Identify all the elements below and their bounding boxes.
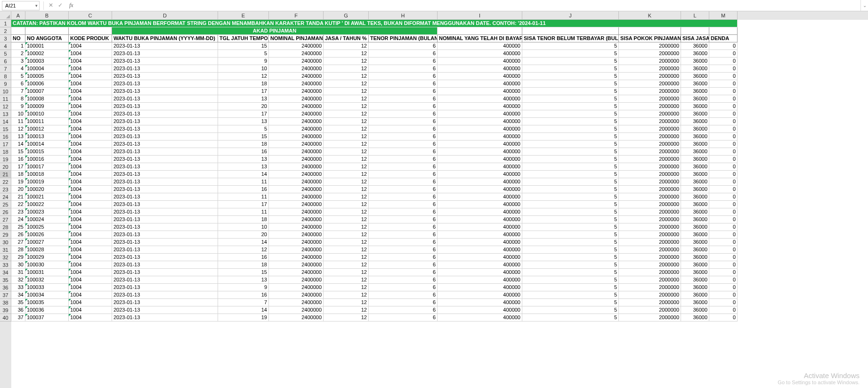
cell-D[interactable]: 2023-01-13 [112, 156, 218, 163]
cell-K[interactable]: 2000000 [619, 269, 681, 276]
cell-A[interactable]: 25 [11, 223, 25, 231]
cell-A[interactable]: 31 [11, 269, 25, 276]
cell-M[interactable]: 0 [709, 73, 738, 80]
cell-B[interactable]: 100013 [25, 133, 69, 140]
cell-L[interactable]: 36000 [681, 148, 709, 156]
cell-K[interactable]: 2000000 [619, 156, 681, 163]
row-header[interactable]: 26 [0, 208, 11, 216]
header-J[interactable]: SISA TENOR BELUM TERBAYAR (BULAN) [522, 35, 619, 42]
cell-B[interactable]: 100037 [25, 314, 69, 322]
cell-J[interactable]: 5 [522, 186, 619, 193]
cell-M[interactable]: 0 [709, 148, 738, 156]
cell-H[interactable]: 6 [369, 103, 438, 110]
cell-G[interactable]: 12 [324, 239, 369, 246]
cell-B[interactable]: 100008 [25, 95, 69, 103]
row-header[interactable]: 18 [0, 148, 11, 156]
cell-J[interactable]: 5 [522, 178, 619, 186]
row-header[interactable]: 4 [0, 42, 11, 50]
cell-C[interactable]: 1004 [69, 50, 112, 58]
cell-F[interactable]: 2400000 [269, 231, 324, 239]
cell-B[interactable]: 100021 [25, 193, 69, 201]
cell-D[interactable]: 2023-01-13 [112, 140, 218, 148]
row-header[interactable]: 23 [0, 186, 11, 193]
empty-header-cell[interactable] [11, 27, 25, 35]
cell-E[interactable]: 10 [218, 65, 269, 73]
cell-G[interactable]: 12 [324, 50, 369, 58]
cell-G[interactable]: 12 [324, 193, 369, 201]
cell-B[interactable]: 100004 [25, 65, 69, 73]
row-header[interactable]: 15 [0, 125, 11, 133]
cell-A[interactable]: 37 [11, 314, 25, 322]
cell-B[interactable]: 100002 [25, 50, 69, 58]
column-header-C[interactable]: C [69, 11, 112, 20]
cell-C[interactable]: 1004 [69, 58, 112, 65]
cell-C[interactable]: 1004 [69, 73, 112, 80]
cell-M[interactable]: 0 [709, 246, 738, 254]
cell-J[interactable]: 5 [522, 58, 619, 65]
cell-A[interactable]: 28 [11, 246, 25, 254]
cell-G[interactable]: 12 [324, 133, 369, 140]
cell-D[interactable]: 2023-01-13 [112, 65, 218, 73]
cell-F[interactable]: 2400000 [269, 299, 324, 306]
cell-D[interactable]: 2023-01-13 [112, 269, 218, 276]
cell-I[interactable]: 400000 [438, 125, 522, 133]
cell-L[interactable]: 36000 [681, 208, 709, 216]
cell-I[interactable]: 400000 [438, 193, 522, 201]
cell-J[interactable]: 5 [522, 291, 619, 299]
cell-F[interactable]: 2400000 [269, 50, 324, 58]
cell-C[interactable]: 1004 [69, 65, 112, 73]
cell-B[interactable]: 100017 [25, 163, 69, 171]
cell-J[interactable]: 5 [522, 171, 619, 178]
cell-M[interactable]: 0 [709, 186, 738, 193]
row-header[interactable]: 19 [0, 156, 11, 163]
header-A[interactable]: NO [11, 35, 25, 42]
cell-F[interactable]: 2400000 [269, 193, 324, 201]
cell-L[interactable]: 36000 [681, 73, 709, 80]
cell-E[interactable]: 15 [218, 133, 269, 140]
cell-F[interactable]: 2400000 [269, 110, 324, 118]
cell-J[interactable]: 5 [522, 276, 619, 284]
cell-K[interactable]: 2000000 [619, 140, 681, 148]
cell-M[interactable]: 0 [709, 156, 738, 163]
cell-D[interactable]: 2023-01-13 [112, 223, 218, 231]
cell-C[interactable]: 1004 [69, 178, 112, 186]
cell-M[interactable]: 0 [709, 193, 738, 201]
row-header[interactable]: 16 [0, 133, 11, 140]
cell-D[interactable]: 2023-01-13 [112, 193, 218, 201]
cell-A[interactable]: 17 [11, 163, 25, 171]
cell-H[interactable]: 6 [369, 110, 438, 118]
cell-C[interactable]: 1004 [69, 103, 112, 110]
cell-A[interactable]: 10 [11, 110, 25, 118]
cell-C[interactable]: 1004 [69, 110, 112, 118]
cell-H[interactable]: 6 [369, 261, 438, 269]
cell-M[interactable]: 0 [709, 65, 738, 73]
row-header[interactable]: 21 [0, 171, 11, 178]
cell-C[interactable]: 1004 [69, 186, 112, 193]
cell-H[interactable]: 6 [369, 216, 438, 223]
cell-B[interactable]: 100020 [25, 186, 69, 193]
cell-C[interactable]: 1004 [69, 284, 112, 291]
cell-H[interactable]: 6 [369, 50, 438, 58]
row-header[interactable]: 5 [0, 50, 11, 58]
cell-K[interactable]: 2000000 [619, 80, 681, 88]
cell-M[interactable]: 0 [709, 223, 738, 231]
row-header[interactable]: 29 [0, 231, 11, 239]
cell-I[interactable]: 400000 [438, 50, 522, 58]
cell-J[interactable]: 5 [522, 140, 619, 148]
cell-D[interactable]: 2023-01-13 [112, 95, 218, 103]
cell-G[interactable]: 12 [324, 246, 369, 254]
cell-D[interactable]: 2023-01-13 [112, 299, 218, 306]
row-header[interactable]: 37 [0, 291, 11, 299]
row-header[interactable]: 31 [0, 246, 11, 254]
cell-B[interactable]: 100014 [25, 140, 69, 148]
cell-C[interactable]: 1004 [69, 291, 112, 299]
cell-C[interactable]: 1004 [69, 261, 112, 269]
cell-E[interactable]: 19 [218, 314, 269, 322]
cell-L[interactable]: 36000 [681, 88, 709, 95]
cell-G[interactable]: 12 [324, 201, 369, 208]
cell-G[interactable]: 12 [324, 95, 369, 103]
cell-L[interactable]: 36000 [681, 223, 709, 231]
cell-L[interactable]: 36000 [681, 95, 709, 103]
cell-H[interactable]: 6 [369, 148, 438, 156]
cell-G[interactable]: 12 [324, 186, 369, 193]
